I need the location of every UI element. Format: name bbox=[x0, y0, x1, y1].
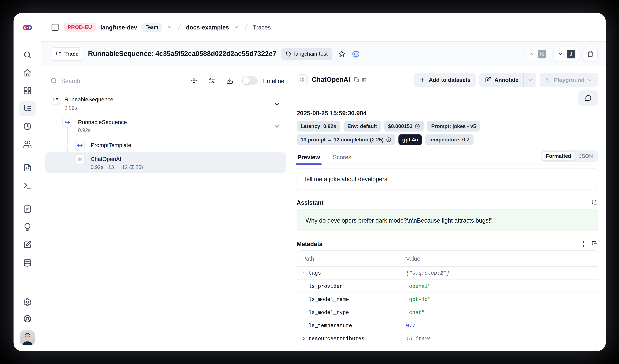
square-percent-icon bbox=[23, 205, 32, 214]
metadata-row-resource-attributes[interactable]: resourceAttributes 16 items bbox=[297, 332, 598, 345]
prev-trace-button[interactable]: K bbox=[525, 47, 550, 61]
collapse-all-button[interactable] bbox=[190, 77, 197, 84]
tree-node-duration: 0.92s bbox=[64, 105, 77, 111]
prompt-badge[interactable]: Prompt: jokes - v5 bbox=[427, 121, 480, 132]
org-switcher-button[interactable] bbox=[167, 24, 172, 30]
metadata-row-tags[interactable]: tags ["seq:step:2"] bbox=[297, 267, 598, 280]
breadcrumb: PROD-EU langfuse-dev Team / docs-example… bbox=[42, 13, 606, 42]
sidebar-item-prompts[interactable] bbox=[19, 163, 35, 173]
org-name[interactable]: langfuse-dev bbox=[100, 24, 137, 31]
tab-preview[interactable]: Preview bbox=[296, 154, 321, 165]
timeline-toggle[interactable] bbox=[242, 76, 258, 85]
sidebar-item-support[interactable] bbox=[19, 314, 35, 324]
copy-output-button[interactable] bbox=[592, 199, 598, 206]
chevron-right-icon[interactable] bbox=[301, 336, 306, 341]
tree-row-runnable-sequence[interactable]: RunnableSequence 0.92s bbox=[42, 114, 290, 137]
column-header-value: Value bbox=[406, 256, 598, 262]
model-badge[interactable]: gpt-4o bbox=[398, 134, 422, 145]
sidebar-item-settings[interactable] bbox=[19, 297, 35, 307]
observation-timestamp: 2025-08-25 15:59:30.904 bbox=[296, 110, 598, 117]
cost-badge[interactable]: $0.000153 bbox=[384, 121, 424, 132]
observation-tree-panel: Timeline RunnableSequence 0.92s bbox=[42, 67, 290, 351]
tree-row-trace-root[interactable]: RunnableSequence 0.92s bbox=[42, 92, 290, 114]
playground-button[interactable]: Playground bbox=[540, 73, 598, 87]
tree-row-chat-openai[interactable]: ✻ ChatOpenAI 0.92s 13 → 12 (Σ 25) bbox=[45, 152, 286, 173]
download-button[interactable] bbox=[226, 77, 233, 84]
sidebar-item-dashboards[interactable] bbox=[19, 85, 35, 96]
chevron-right-icon[interactable] bbox=[301, 271, 306, 276]
breadcrumb-page[interactable]: Traces bbox=[253, 24, 271, 31]
sidebar-item-sessions[interactable] bbox=[19, 121, 35, 132]
search-icon bbox=[50, 77, 57, 84]
metadata-table-header: Path Value bbox=[297, 251, 598, 267]
annotate-button[interactable]: Annotate bbox=[479, 73, 523, 87]
tree-node-label: RunnableSequence bbox=[64, 96, 113, 103]
tokens-badge[interactable]: 13 prompt → 12 completion (Σ 25) bbox=[296, 134, 395, 145]
org-role-badge: Team bbox=[141, 23, 162, 32]
format-toggle-json[interactable]: JSON bbox=[575, 152, 597, 160]
layout-grid-icon bbox=[23, 86, 32, 95]
sidebar-toggle-button[interactable] bbox=[51, 23, 59, 31]
sidebar-item-home[interactable] bbox=[19, 67, 35, 78]
sidebar-item-playground[interactable] bbox=[19, 180, 35, 191]
metadata-table-overflow bbox=[297, 345, 598, 351]
annotate-dropdown-button[interactable] bbox=[523, 73, 536, 87]
add-to-datasets-label: Add to datasets bbox=[429, 77, 471, 83]
chevron-down-icon bbox=[233, 24, 239, 30]
metadata-path: ls_model_name bbox=[309, 297, 349, 302]
trace-title: RunnableSequence: 4c35a5f52ca0588d022d2a… bbox=[88, 50, 276, 58]
delete-trace-button[interactable] bbox=[583, 47, 598, 61]
detail-tabs: Preview Scores Formatted JSON bbox=[296, 150, 598, 165]
copy-metadata-button[interactable] bbox=[592, 241, 598, 247]
project-switcher-button[interactable] bbox=[233, 24, 239, 30]
sidebar-item-users[interactable] bbox=[19, 139, 35, 149]
tree-search-input[interactable] bbox=[61, 77, 121, 84]
sidebar-item-insights[interactable] bbox=[19, 222, 35, 232]
assistant-heading: Assistant bbox=[296, 199, 324, 206]
trace-node-icon bbox=[51, 95, 60, 105]
user-avatar[interactable] bbox=[20, 330, 35, 345]
expand-metadata-button[interactable] bbox=[580, 241, 587, 247]
next-trace-button[interactable]: J bbox=[554, 47, 579, 61]
content-split: Timeline RunnableSequence 0.92s bbox=[42, 67, 606, 351]
collapse-node-button[interactable] bbox=[274, 101, 280, 107]
sidebar-item-annotation-queues[interactable] bbox=[19, 240, 35, 250]
metadata-value: "gpt-4o" bbox=[406, 297, 598, 302]
copy-id-button[interactable]: ID bbox=[354, 77, 367, 83]
panel-left-icon bbox=[51, 23, 59, 31]
tree-row-prompt-template[interactable]: PromptTemplate bbox=[42, 138, 290, 152]
collapse-node-button[interactable] bbox=[274, 123, 280, 130]
span-node-icon bbox=[75, 141, 85, 150]
sidebar-item-search[interactable] bbox=[19, 50, 35, 60]
openai-badge: ✻ bbox=[296, 74, 308, 85]
download-icon bbox=[226, 77, 233, 84]
metadata-path: tags bbox=[309, 270, 321, 276]
tab-scores[interactable]: Scores bbox=[332, 154, 352, 165]
sidebar-item-datasets[interactable] bbox=[19, 257, 35, 268]
tree-node-tokens: 13 → 12 (Σ 25) bbox=[108, 164, 143, 170]
id-label: ID bbox=[362, 77, 367, 83]
chevron-down-icon bbox=[167, 24, 172, 30]
tokens-value: 13 prompt → 12 completion (Σ 25) bbox=[301, 137, 384, 143]
langfuse-logo bbox=[14, 13, 41, 42]
comments-button[interactable] bbox=[578, 90, 598, 106]
metadata-heading: Metadata bbox=[296, 241, 323, 247]
trace-tag[interactable]: langchain-test bbox=[281, 48, 332, 60]
sidebar-item-scores[interactable] bbox=[19, 204, 35, 214]
tree-settings-button[interactable] bbox=[208, 77, 215, 84]
public-share-button[interactable] bbox=[351, 49, 361, 59]
bookmark-star-button[interactable] bbox=[337, 49, 346, 58]
database-icon bbox=[23, 258, 32, 267]
metadata-path: ls_model_type bbox=[309, 310, 349, 315]
breadcrumb-separator: / bbox=[243, 23, 249, 32]
format-toggle-formatted[interactable]: Formatted bbox=[542, 151, 575, 161]
column-header-path: Path bbox=[297, 256, 406, 262]
tree-node-label: RunnableSequence bbox=[78, 119, 127, 125]
project-name[interactable]: docs-examples bbox=[186, 24, 229, 31]
environment-badge: PROD-EU bbox=[64, 23, 96, 32]
app-window: PROD-EU langfuse-dev Team / docs-example… bbox=[14, 13, 606, 351]
add-to-datasets-button[interactable]: Add to datasets bbox=[414, 73, 476, 87]
sidebar-nav bbox=[14, 42, 41, 351]
unfold-vertical-icon bbox=[580, 241, 587, 247]
sidebar-item-tracing[interactable] bbox=[19, 101, 36, 116]
